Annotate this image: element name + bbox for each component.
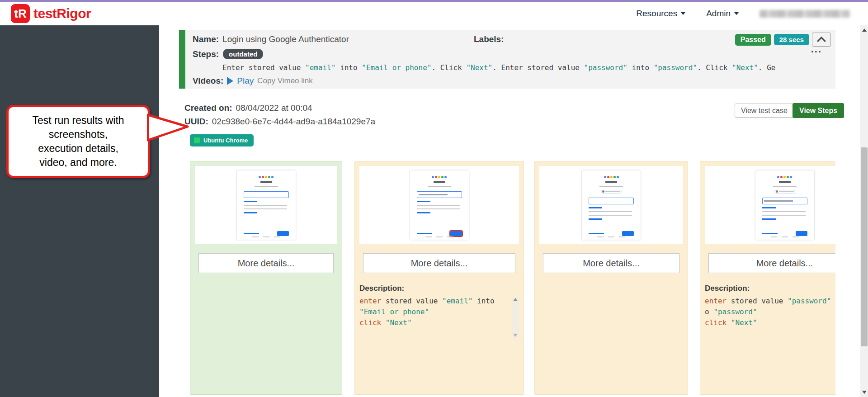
screenshot-thumbnail[interactable]	[359, 166, 519, 244]
main-nav: Resources Admin	[636, 9, 868, 19]
scroll-down-icon	[862, 391, 867, 394]
step-card-2: More details... Description: enter store…	[354, 161, 524, 395]
more-details-button[interactable]: More details...	[708, 253, 835, 273]
mini-browser-screenshot	[755, 170, 814, 240]
duration-badge: 28 secs	[774, 34, 809, 45]
callout-line: screenshots,	[49, 128, 108, 142]
result-accent-bar	[179, 30, 185, 89]
name-label: Name:	[193, 34, 219, 44]
logo[interactable]: tR testRigor	[11, 4, 91, 23]
description-code: enter stored value "email" into "Email o…	[359, 296, 507, 328]
chevron-down-icon	[681, 12, 685, 15]
user-name-blurred[interactable]	[760, 10, 850, 18]
more-details-button[interactable]: More details...	[198, 253, 334, 273]
nav-admin[interactable]: Admin	[706, 9, 739, 19]
nav-resources-label: Resources	[636, 9, 677, 19]
scroll-down-icon	[513, 334, 518, 337]
videos-label: Videos:	[193, 76, 223, 86]
screenshot-cards-strip: More details... More details... Descript…	[159, 158, 835, 397]
screenshot-thumbnail[interactable]	[705, 166, 835, 244]
nav-admin-label: Admin	[706, 9, 731, 19]
test-summary-panel: Name: Login using Google Authenticator L…	[185, 30, 835, 89]
step-description: Description: enter stored value "passwor…	[705, 284, 835, 328]
scroll-up-icon	[513, 298, 518, 301]
environment-status-icon	[194, 137, 200, 143]
more-details-button[interactable]: More details...	[363, 253, 515, 273]
chevron-down-icon	[734, 12, 739, 15]
scroll-up-icon	[862, 28, 867, 32]
scrollbar-down-arrow[interactable]	[860, 388, 868, 396]
created-on-value: 08/04/2022 at 00:04	[236, 103, 312, 113]
mini-browser-screenshot	[410, 170, 469, 240]
description-scrollbar[interactable]	[512, 297, 519, 338]
mini-browser-screenshot	[582, 170, 641, 240]
step-card-4: More details... Description: enter store…	[700, 161, 835, 395]
mini-browser-screenshot	[237, 170, 296, 240]
play-icon	[227, 77, 233, 85]
description-code: enter stored value "password" into "pass…	[705, 296, 835, 328]
logo-text: testRigor	[33, 6, 91, 21]
steps-label: Steps:	[193, 49, 219, 59]
view-test-case-button[interactable]: View test case	[735, 104, 794, 118]
callout-line: execution details,	[38, 142, 118, 156]
play-link[interactable]: Play	[237, 76, 254, 86]
step-card-1: More details...	[190, 161, 342, 395]
view-steps-button[interactable]: View Steps	[793, 103, 844, 118]
environment-badge-label: Ubuntu Chrome	[203, 137, 248, 144]
page-scrollbar[interactable]	[860, 25, 868, 397]
outdated-tag: outdated	[223, 49, 263, 59]
uuid-row: UUID: 02c938e0-6e7c-4d44-ad9a-a184a1029e…	[184, 117, 375, 127]
logo-icon: tR	[11, 4, 30, 23]
steps-code-line: Enter stored value "email" into "Email o…	[222, 63, 775, 72]
uuid-value: 02c938e0-6e7c-4d44-ad9a-a184a1029e7a	[212, 117, 375, 127]
screenshot-thumbnail[interactable]	[195, 166, 337, 244]
callout-pointer	[147, 110, 191, 146]
step-description: Description: enter stored value "email" …	[359, 284, 519, 328]
videos-row: Videos: Play Copy Vimeo link	[193, 76, 313, 86]
more-details-button[interactable]: More details...	[543, 253, 679, 273]
description-label: Description:	[359, 284, 519, 293]
app-window: tR testRigor Resources Admin Name: Login…	[0, 0, 868, 397]
test-name-value: Login using Google Authenticator	[222, 34, 349, 44]
more-actions-ellipsis[interactable]: ...	[811, 43, 822, 55]
created-on-label: Created on:	[184, 103, 232, 113]
annotation-callout: Test run results with screenshots, execu…	[6, 105, 150, 178]
scrollbar-thumb[interactable]	[861, 147, 868, 346]
screenshot-thumbnail[interactable]	[539, 166, 683, 244]
created-on-row: Created on: 08/04/2022 at 00:04	[184, 103, 312, 113]
callout-line: video, and more.	[39, 156, 117, 170]
environment-badge: Ubuntu Chrome	[190, 134, 254, 147]
steps-row: Steps: outdated	[193, 49, 263, 59]
nav-resources[interactable]: Resources	[636, 9, 685, 19]
callout-line: Test run results with	[32, 113, 124, 128]
scrollbar-up-arrow[interactable]	[860, 26, 868, 34]
status-badge: Passed	[735, 34, 771, 46]
description-label: Description:	[705, 284, 835, 293]
sidebar	[0, 25, 159, 397]
top-navbar: tR testRigor Resources Admin	[0, 0, 868, 25]
copy-vimeo-link[interactable]: Copy Vimeo link	[257, 76, 313, 85]
labels-label: Labels:	[474, 34, 504, 44]
step-card-3: More details...	[534, 161, 688, 395]
name-row: Name: Login using Google Authenticator	[193, 34, 349, 44]
